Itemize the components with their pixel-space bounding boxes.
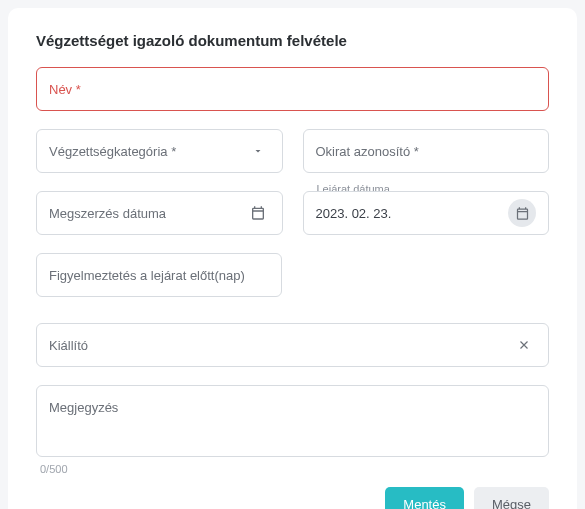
name-label: Név *: [49, 82, 536, 97]
issuer-input[interactable]: Kiállító: [36, 323, 549, 367]
save-button[interactable]: Mentés: [385, 487, 464, 509]
name-field: Név *: [36, 67, 549, 111]
note-textarea[interactable]: Megjegyzés: [36, 385, 549, 457]
doc-id-label: Okirat azonosító *: [316, 144, 537, 159]
note-counter: 0/500: [40, 463, 549, 475]
dialog-actions: Mentés Mégse: [36, 487, 549, 509]
chevron-down-icon: [246, 139, 270, 163]
add-qualification-document-card: Végzettséget igazoló dokumentum felvétel…: [8, 8, 577, 509]
doc-id-field: Okirat azonosító *: [303, 129, 550, 173]
calendar-icon[interactable]: [246, 201, 270, 225]
note-label: Megjegyzés: [49, 400, 118, 415]
doc-id-input[interactable]: Okirat azonosító *: [303, 129, 550, 173]
category-label: Végzettségkategória *: [49, 144, 246, 159]
category-select[interactable]: Végzettségkategória *: [36, 129, 283, 173]
expiry-date-input[interactable]: 2023. 02. 23.: [303, 191, 550, 235]
expiry-date-field: Lejárat dátuma 2023. 02. 23.: [303, 191, 550, 235]
warn-days-field: Figyelmeztetés a lejárat előtt(nap): [36, 253, 282, 297]
clear-icon[interactable]: [512, 333, 536, 357]
cancel-button[interactable]: Mégse: [474, 487, 549, 509]
name-input[interactable]: Név *: [36, 67, 549, 111]
obtain-date-label: Megszerzés dátuma: [49, 206, 246, 221]
category-field: Végzettségkategória *: [36, 129, 283, 173]
note-field: Megjegyzés 0/500: [36, 385, 549, 475]
obtain-date-input[interactable]: Megszerzés dátuma: [36, 191, 283, 235]
calendar-icon[interactable]: [508, 199, 536, 227]
issuer-field: Kiállító: [36, 323, 549, 367]
warn-days-input[interactable]: Figyelmeztetés a lejárat előtt(nap): [36, 253, 282, 297]
warn-days-label: Figyelmeztetés a lejárat előtt(nap): [49, 268, 269, 283]
obtain-date-field: Megszerzés dátuma: [36, 191, 283, 235]
dialog-title: Végzettséget igazoló dokumentum felvétel…: [36, 32, 549, 49]
expiry-date-value: 2023. 02. 23.: [316, 206, 509, 221]
issuer-label: Kiállító: [49, 338, 512, 353]
